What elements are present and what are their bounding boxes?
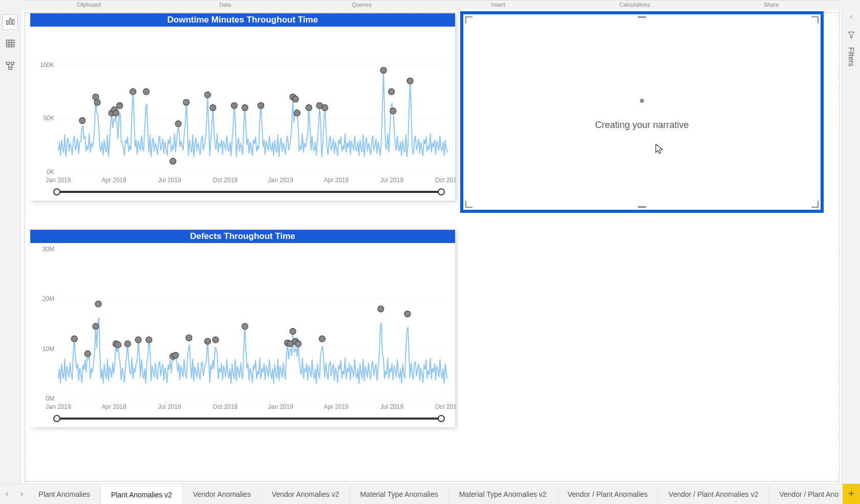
chart-plot-area[interactable]: 0K50K100KJan 2018Apr 2018Jul 2018Oct 201… <box>30 27 455 201</box>
svg-text:Jan 2019: Jan 2019 <box>268 403 294 410</box>
page-tab[interactable]: Vendor Anomalies <box>183 484 262 504</box>
svg-point-35 <box>130 89 136 95</box>
svg-rect-10 <box>8 68 12 70</box>
svg-point-82 <box>186 335 192 341</box>
svg-line-11 <box>8 64 10 68</box>
filters-pane-collapsed: Filters <box>842 10 860 484</box>
ribbon-group-calculations: Calculations <box>567 0 703 10</box>
svg-text:Oct 2018: Oct 2018 <box>212 177 238 184</box>
svg-text:Apr 2018: Apr 2018 <box>101 403 126 410</box>
downtime-chart-visual[interactable]: Downtime Minutes Throughout Time 0K50K10… <box>30 13 455 201</box>
svg-rect-3 <box>6 40 14 47</box>
svg-point-81 <box>173 352 179 358</box>
slider-handle-right[interactable] <box>438 188 445 195</box>
chevron-left-icon <box>848 13 854 22</box>
cursor-icon <box>655 143 664 157</box>
page-tab[interactable]: Plant Anomalies v2 <box>101 484 183 504</box>
svg-rect-8 <box>6 62 9 64</box>
svg-text:Oct 2018: Oct 2018 <box>212 403 238 410</box>
svg-point-91 <box>319 336 325 342</box>
svg-text:30M: 30M <box>42 246 54 253</box>
ribbon-group-data: Data <box>157 0 294 10</box>
ribbon-group-insert: Insert <box>430 0 567 10</box>
svg-point-34 <box>117 102 123 108</box>
svg-point-39 <box>183 99 189 105</box>
svg-point-84 <box>212 337 219 343</box>
resize-handle-bl[interactable] <box>465 201 472 208</box>
svg-point-77 <box>124 341 131 347</box>
slider-handle-right[interactable] <box>438 415 445 422</box>
svg-point-73 <box>93 323 99 330</box>
data-view-button[interactable] <box>3 37 18 52</box>
svg-point-74 <box>95 301 101 307</box>
resize-handle-top[interactable] <box>638 16 646 18</box>
svg-point-71 <box>71 336 77 342</box>
svg-point-85 <box>242 323 248 330</box>
date-range-slider[interactable] <box>53 188 445 195</box>
tab-scroll-left-button[interactable] <box>0 484 14 504</box>
svg-text:Jul 2018: Jul 2018 <box>158 177 181 184</box>
svg-point-92 <box>378 306 384 312</box>
page-tab[interactable]: Vendor / Plant Ano <box>769 484 843 504</box>
svg-text:Apr 2019: Apr 2019 <box>324 177 349 184</box>
svg-point-53 <box>390 108 396 114</box>
svg-point-28 <box>79 118 85 124</box>
ribbon-group-share: Share <box>703 0 840 10</box>
svg-rect-1 <box>9 18 11 25</box>
page-tab[interactable]: Material Type Anomalies <box>350 484 448 504</box>
tab-scroll-right-button[interactable] <box>14 484 29 504</box>
filters-label[interactable]: Filters <box>847 47 855 67</box>
svg-point-51 <box>380 67 386 73</box>
svg-point-30 <box>94 99 100 105</box>
ribbon-group-labels: Clipboard Data Queries Insert Calculatio… <box>20 0 840 10</box>
add-page-button[interactable]: + <box>843 484 860 504</box>
page-tab[interactable]: Vendor Anomalies v2 <box>262 484 350 504</box>
svg-text:Jul 2019: Jul 2019 <box>380 177 404 184</box>
svg-point-44 <box>258 102 264 108</box>
svg-point-46 <box>292 96 298 102</box>
model-view-button[interactable] <box>3 59 18 75</box>
page-tab[interactable]: Material Type Anomalies v2 <box>449 484 557 504</box>
svg-marker-13 <box>848 32 854 38</box>
svg-point-47 <box>294 110 300 116</box>
chart-title: Defects Throughout Time <box>30 230 455 243</box>
svg-point-93 <box>404 311 411 317</box>
chart-plot-area[interactable]: 0M10M20M30MJan 2018Apr 2018Jul 2018Oct 2… <box>30 243 455 427</box>
svg-line-12 <box>11 64 12 68</box>
svg-rect-2 <box>12 20 14 25</box>
svg-text:Jan 2019: Jan 2019 <box>268 177 294 184</box>
resize-handle-br[interactable] <box>811 201 819 208</box>
svg-point-88 <box>290 328 296 335</box>
svg-rect-9 <box>11 62 14 64</box>
svg-text:0K: 0K <box>47 168 54 176</box>
model-icon <box>5 61 15 73</box>
slider-handle-left[interactable] <box>53 188 60 195</box>
svg-text:100K: 100K <box>40 61 54 69</box>
svg-point-79 <box>146 337 152 343</box>
svg-point-83 <box>205 338 211 344</box>
svg-point-42 <box>231 102 238 108</box>
smart-narrative-visual[interactable]: Creating your narrative <box>460 11 824 213</box>
svg-rect-0 <box>6 21 8 25</box>
svg-text:Jul 2018: Jul 2018 <box>158 403 181 410</box>
svg-text:Oct 2019: Oct 2019 <box>435 403 455 410</box>
page-tab[interactable]: Plant Anomalies <box>29 484 101 504</box>
svg-point-41 <box>210 104 216 111</box>
slider-handle-left[interactable] <box>53 415 60 422</box>
defects-chart-visual[interactable]: Defects Throughout Time 0M10M20M30MJan 2… <box>30 230 455 427</box>
plus-icon: + <box>848 488 854 500</box>
ribbon-group-queries: Queries <box>293 0 430 10</box>
expand-filters-button[interactable] <box>842 10 860 25</box>
svg-point-38 <box>175 121 181 127</box>
resize-handle-bottom[interactable] <box>638 206 646 208</box>
report-page[interactable]: Downtime Minutes Throughout Time 0K50K10… <box>25 12 840 481</box>
report-view-button[interactable] <box>3 14 18 30</box>
svg-point-48 <box>306 104 312 111</box>
resize-handle-tl[interactable] <box>465 16 472 24</box>
table-icon <box>5 38 15 51</box>
svg-text:Jan 2018: Jan 2018 <box>46 403 71 410</box>
page-tab[interactable]: Vendor / Plant Anomalies <box>557 484 658 504</box>
resize-handle-tr[interactable] <box>811 16 819 24</box>
date-range-slider[interactable] <box>53 415 445 422</box>
page-tab[interactable]: Vendor / Plant Anomalies v2 <box>658 484 769 504</box>
